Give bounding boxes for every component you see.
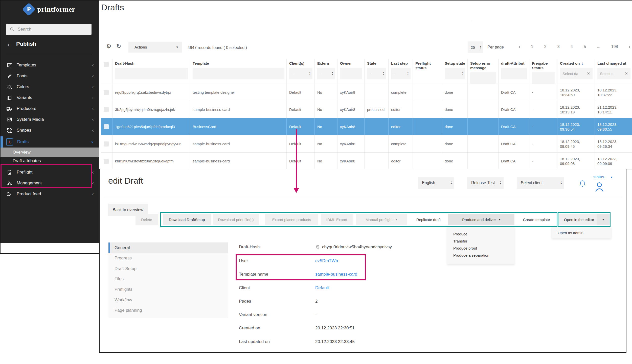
select-all-checkbox[interactable] xyxy=(104,62,109,67)
col-header-preflight-status[interactable]: Preflight status xyxy=(415,61,440,70)
delete-button[interactable]: Delete xyxy=(136,214,158,225)
col-header-extern[interactable]: Extern xyxy=(317,61,335,66)
create-template-button[interactable]: Create template xyxy=(518,214,555,225)
prev-page-button[interactable]: ‹ xyxy=(519,44,520,49)
copy-icon[interactable] xyxy=(315,245,320,250)
next-page-button[interactable]: › xyxy=(629,44,630,49)
nav-item-workflow[interactable]: Workflow xyxy=(108,295,228,305)
page-button[interactable]: 2 xyxy=(544,44,547,49)
table-row-selected[interactable]: 1ge0ps621pies5ujur9pfchfpmrkcqi3 Busines… xyxy=(101,118,632,135)
sidebar-item-producers[interactable]: Producers ‹ xyxy=(1,103,99,114)
sidebar-item-variants[interactable]: Variants ‹ xyxy=(1,92,99,103)
col-header-setup-error[interactable]: Setup error message xyxy=(470,61,496,70)
filter-extern-select[interactable]: -▴▾ xyxy=(317,68,335,79)
sidebar-item-templates[interactable]: Templates ‹ xyxy=(1,60,99,70)
page-button[interactable]: 198 xyxy=(611,44,618,49)
page-button[interactable]: 4 xyxy=(571,44,573,49)
sidebar-item-drafts[interactable]: Drafts ∨ xyxy=(1,136,99,147)
per-page-select[interactable]: 25 ▴▾ xyxy=(468,41,483,53)
nav-item-preflights[interactable]: Preflights xyxy=(108,284,228,295)
table-row[interactable]: rejol3ppphxjrq1sakcbedirwsdytrpi testing… xyxy=(101,84,632,101)
col-header-setup-state[interactable]: Setup state xyxy=(445,61,465,66)
filter-setup-state-select[interactable]: -▴▾ xyxy=(445,68,465,79)
user-avatar-icon[interactable] xyxy=(593,181,605,192)
filter-last-changed-date[interactable]: Select c✕ xyxy=(597,68,630,79)
menu-item-open-as-admin[interactable]: Open as admin xyxy=(552,229,590,236)
col-header-draft-hash[interactable]: Draft-Hash xyxy=(115,61,188,66)
client-link[interactable]: Default xyxy=(315,285,329,290)
sidebar-item-fonts[interactable]: Fonts ‹ xyxy=(1,70,99,81)
sidebar-item-management[interactable]: Management ‹ xyxy=(1,178,99,188)
col-header-template[interactable]: Template xyxy=(193,61,284,66)
sidebar-item-preflight[interactable]: Preflight ‹ xyxy=(1,167,99,178)
col-header-state[interactable]: State xyxy=(367,61,386,66)
publish-back-link[interactable]: ← Publish xyxy=(7,40,36,47)
filter-draft-attribut-input[interactable] xyxy=(501,68,527,79)
filter-last-step-select[interactable]: -▴▾ xyxy=(391,68,411,79)
col-header-last-step[interactable]: Last step xyxy=(391,61,411,66)
menu-item-produce-separation[interactable]: Produce a separation xyxy=(447,252,514,259)
produce-and-deliver-button[interactable]: Produce and deliver ▾ xyxy=(448,214,514,225)
release-select[interactable]: Release-Test ▴▾ xyxy=(467,177,504,189)
export-placed-products-button[interactable]: Export placed products xyxy=(265,214,318,225)
table-row[interactable]: khn3nlutwi3fevtlzx8m5xfej6ekapfm sample-… xyxy=(101,153,632,170)
nav-item-general[interactable]: General xyxy=(108,242,228,253)
template-link[interactable]: sample-business-card xyxy=(315,272,357,277)
menu-item-produce[interactable]: Produce xyxy=(447,230,514,237)
sidebar-subitem-overview[interactable]: Overview xyxy=(1,148,99,157)
filter-template-input[interactable] xyxy=(193,68,284,79)
row-checkbox[interactable] xyxy=(104,159,109,164)
sidebar-item-colors[interactable]: Colors ‹ xyxy=(1,81,99,92)
row-checkbox[interactable] xyxy=(104,90,109,95)
actions-dropdown[interactable]: Actions ▾ xyxy=(128,42,182,53)
row-checkbox[interactable] xyxy=(104,124,109,129)
nav-item-draft-setup[interactable]: Draft-Setup xyxy=(108,263,228,274)
col-header-last-changed[interactable]: Last changed at xyxy=(597,61,630,66)
clear-icon[interactable]: ✕ xyxy=(625,71,628,76)
col-header-draft-attribut[interactable]: draft-Attribut xyxy=(501,61,527,66)
filter-created-on-date[interactable]: Select da✕ xyxy=(560,68,593,79)
filter-owner-input[interactable] xyxy=(340,68,362,79)
manual-preflight-button[interactable]: Manual preflight ▾ xyxy=(356,214,407,225)
nav-item-progress[interactable]: Progress xyxy=(108,253,228,263)
idml-export-button[interactable]: IDML Export xyxy=(321,214,353,225)
language-select[interactable]: English ▴▾ xyxy=(418,177,454,189)
row-checkbox[interactable] xyxy=(104,107,109,112)
gear-icon[interactable]: ⚙ xyxy=(106,43,111,50)
caret-down-icon[interactable]: ▾ xyxy=(597,214,610,225)
filter-draft-hash-input[interactable] xyxy=(115,68,188,79)
menu-item-transfer[interactable]: Transfer xyxy=(447,237,514,245)
sidebar-subitem-draft-attributes[interactable]: Draft attributes xyxy=(1,157,99,165)
col-header-clients[interactable]: Client(s) xyxy=(289,61,312,66)
filter-setup-error-input[interactable] xyxy=(470,72,496,84)
nav-item-page-planning[interactable]: Page planning xyxy=(108,305,228,316)
sidebar-item-system-media[interactable]: System Media ‹ xyxy=(1,114,99,125)
sidebar-item-product-feed[interactable]: Product feed ‹ xyxy=(1,188,99,199)
filter-state-select[interactable]: -▴▾ xyxy=(367,68,386,79)
refresh-icon[interactable]: ↻ xyxy=(116,43,121,50)
col-header-freigabe-status[interactable]: Freigabe Status xyxy=(532,61,555,70)
filter-freigabe-input[interactable] xyxy=(532,72,555,84)
table-row[interactable]: is1rmgumdw96awadq2pvp6qlpyngyvun sample-… xyxy=(101,135,632,153)
col-header-created-on[interactable]: Created on↓ xyxy=(560,61,593,66)
table-row[interactable]: 3b2pg5jbymhvjnj4h0nzrcgojazhsjnk sample-… xyxy=(101,101,632,118)
page-button[interactable]: 3 xyxy=(557,44,560,49)
sidebar-search-input[interactable]: Search xyxy=(6,24,92,35)
download-print-files-button[interactable]: Download print file(s) xyxy=(213,214,259,225)
client-select[interactable]: Select client ▴▾ xyxy=(517,177,564,189)
status-dropdown[interactable]: status xyxy=(593,175,604,179)
clear-icon[interactable]: ✕ xyxy=(587,71,590,76)
page-button[interactable]: 1 xyxy=(531,44,533,49)
replicate-draft-button[interactable]: Replicate draft xyxy=(411,214,446,225)
menu-item-produce-proof[interactable]: Produce proof xyxy=(447,245,514,252)
nav-item-files[interactable]: Files xyxy=(108,274,228,284)
col-header-owner[interactable]: Owner xyxy=(340,61,362,66)
row-checkbox[interactable] xyxy=(104,141,109,147)
user-link[interactable]: ez5DmTWb xyxy=(315,258,338,263)
filter-clients-select[interactable]: -▴▾ xyxy=(289,68,312,79)
page-button[interactable]: 5 xyxy=(584,44,586,49)
open-in-editor-button[interactable]: Open in the editor ▾ xyxy=(558,214,610,225)
download-draftsetup-button[interactable]: Download DraftSetup xyxy=(163,214,211,225)
bell-icon[interactable] xyxy=(579,179,586,187)
sidebar-item-shapes[interactable]: Shapes ‹ xyxy=(1,125,99,136)
